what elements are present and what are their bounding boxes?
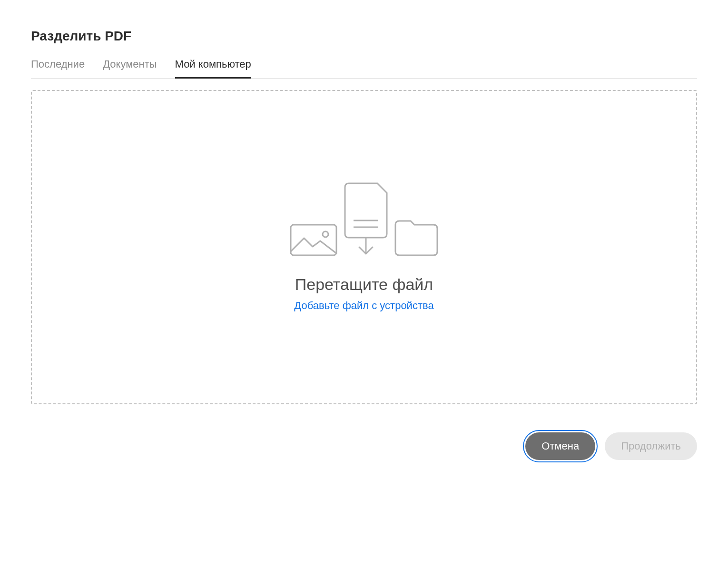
- tab-documents[interactable]: Документы: [103, 58, 157, 79]
- tab-recent[interactable]: Последние: [31, 58, 85, 79]
- dropzone-heading: Перетащите файл: [295, 275, 433, 294]
- add-file-link[interactable]: Добавьте файл с устройства: [294, 300, 433, 312]
- footer-buttons: Отмена Продолжить: [525, 432, 697, 460]
- continue-button: Продолжить: [605, 432, 697, 460]
- image-icon: [290, 224, 337, 256]
- svg-rect-0: [291, 225, 336, 255]
- cancel-button[interactable]: Отмена: [525, 432, 595, 460]
- file-dropzone[interactable]: Перетащите файл Добавьте файл с устройст…: [31, 90, 697, 404]
- svg-point-1: [323, 231, 328, 237]
- folder-icon: [394, 217, 438, 256]
- page-title: Разделить PDF: [31, 29, 697, 44]
- dropzone-icon-group: [290, 182, 438, 256]
- tab-my-computer[interactable]: Мой компьютер: [175, 58, 251, 79]
- document-download-icon: [344, 182, 388, 256]
- tabs-container: Последние Документы Мой компьютер: [31, 58, 697, 79]
